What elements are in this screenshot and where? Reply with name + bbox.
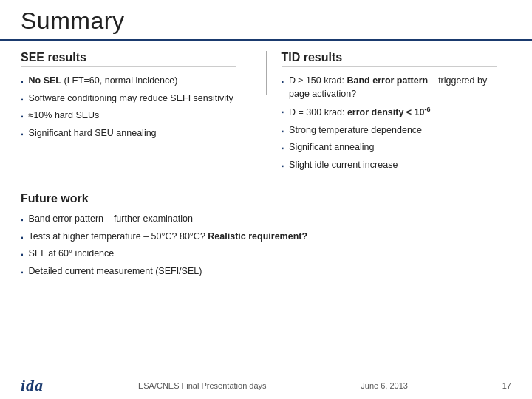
bullet-icon: ▪ (21, 95, 24, 105)
bullet-icon: ▪ (282, 161, 284, 171)
content-area: SEE results ▪ No SEL (LET=60, normal inc… (0, 41, 532, 372)
fw-item-1: Band error pattern – further examination (29, 213, 193, 226)
footer-presentation: ESA/CNES Final Presentation days (138, 381, 267, 390)
see-column: SEE results ▪ No SEL (LET=60, normal inc… (21, 51, 251, 176)
bullet-icon: ▪ (282, 126, 284, 137)
tid-item-1: D ≥ 150 krad: Band error pattern – trigg… (289, 75, 497, 100)
list-item: ▪ No SEL (LET=60, normal incidence) (21, 75, 236, 88)
page: Summary SEE results ▪ No SEL (LET=60, no… (0, 0, 532, 399)
column-divider (266, 51, 267, 95)
logo: ida (21, 376, 44, 395)
list-item: ▪ Strong temperature dependence (282, 124, 497, 137)
bullet-icon: ▪ (282, 143, 284, 154)
fw-item-4: Detailed current measurement (SEFI/SEL) (29, 265, 202, 279)
list-item: ▪ ≈10% hard SEUs (21, 109, 236, 123)
tid-column: TID results ▪ D ≥ 150 krad: Band error p… (282, 51, 512, 176)
list-item: ▪ Software conditioning may reduce SEFI … (21, 92, 236, 106)
title-bar: Summary (0, 0, 532, 41)
list-item: ▪ Tests at higher temperature – 50°C? 80… (21, 231, 511, 244)
see-bullet-list: ▪ No SEL (LET=60, normal incidence) ▪ So… (21, 75, 236, 140)
see-item-3: ≈10% hard SEUs (29, 109, 100, 123)
list-item: ▪ D = 300 krad: error density < 10-6 (282, 105, 497, 120)
list-item: ▪ Band error pattern – further examinati… (21, 213, 511, 226)
bullet-icon: ▪ (282, 107, 284, 117)
list-item: ▪ Significant hard SEU annealing (21, 127, 236, 140)
see-header: SEE results (21, 51, 236, 67)
footer-date: June 6, 2013 (361, 381, 408, 390)
list-item: ▪ D ≥ 150 krad: Band error pattern – tri… (282, 75, 497, 100)
see-item-2: Software conditioning may reduce SEFI se… (29, 92, 233, 106)
bullet-icon: ▪ (21, 77, 24, 87)
bullet-icon: ▪ (21, 267, 24, 278)
tid-item-3: Strong temperature dependence (289, 124, 422, 137)
tid-header: TID results (282, 51, 497, 67)
footer: ida ESA/CNES Final Presentation days Jun… (0, 372, 532, 399)
list-item: ▪ Significant annealing (282, 141, 497, 154)
bullet-icon: ▪ (21, 129, 24, 140)
fw-item-2: Tests at higher temperature – 50°C? 80°C… (29, 231, 308, 244)
list-item: ▪ Detailed current measurement (SEFI/SEL… (21, 265, 511, 279)
bullet-icon: ▪ (21, 233, 24, 243)
bullet-icon: ▪ (21, 112, 24, 122)
list-item: ▪ Slight idle current increase (282, 159, 497, 172)
page-title: Summary (21, 7, 124, 34)
see-item-1: No SEL (LET=60, normal incidence) (29, 75, 178, 88)
tid-item-5: Slight idle current increase (289, 159, 398, 172)
fw-item-3: SEL at 60° incidence (29, 248, 115, 261)
tid-bullet-list: ▪ D ≥ 150 krad: Band error pattern – tri… (282, 75, 497, 171)
bullet-icon: ▪ (282, 77, 284, 87)
two-column-section: SEE results ▪ No SEL (LET=60, normal inc… (21, 51, 511, 176)
bullet-icon: ▪ (21, 250, 24, 260)
list-item: ▪ SEL at 60° incidence (21, 248, 511, 261)
tid-item-4: Significant annealing (289, 141, 374, 154)
tid-item-2: D = 300 krad: error density < 10-6 (289, 105, 430, 120)
future-work-section: Future work ▪ Band error pattern – furth… (21, 192, 511, 282)
footer-page-number: 17 (502, 381, 511, 390)
see-item-4: Significant hard SEU annealing (29, 127, 157, 140)
bullet-icon: ▪ (21, 215, 24, 225)
future-work-list: ▪ Band error pattern – further examinati… (21, 213, 511, 278)
future-work-header: Future work (21, 192, 511, 205)
